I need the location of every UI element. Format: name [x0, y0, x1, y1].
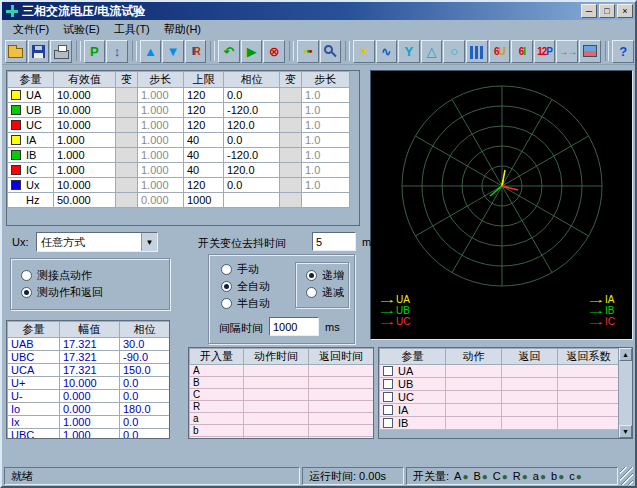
close-button[interactable]: × — [617, 4, 633, 18]
phase-step-cell[interactable]: 1.0 — [302, 88, 350, 103]
resize-grip[interactable] — [620, 467, 633, 485]
triangle-icon[interactable]: △ — [421, 40, 443, 63]
rms-cell[interactable]: 1.000 — [54, 133, 116, 148]
vary-rms-cell[interactable] — [116, 148, 138, 163]
row-checkbox[interactable] — [383, 392, 393, 402]
step-cell[interactable]: 1.000 — [138, 133, 184, 148]
vary-rms-cell[interactable] — [116, 88, 138, 103]
step-cell[interactable]: 1.000 — [138, 88, 184, 103]
dropdown-arrow-icon[interactable]: ▼ — [141, 233, 157, 251]
action-table-scrollbar[interactable]: ▲ ▼ — [618, 348, 632, 438]
mode-option-1[interactable]: 测动作和返回 — [11, 284, 169, 301]
start-test-icon[interactable]: ▶ — [241, 40, 263, 63]
six-i-icon[interactable]: 6I — [511, 40, 533, 63]
vary-phase-cell[interactable] — [280, 133, 302, 148]
vary-phase-cell[interactable] — [280, 178, 302, 193]
rms-cell[interactable]: 10.000 — [54, 178, 116, 193]
menu-item-3[interactable]: 帮助(H) — [157, 21, 208, 38]
ir-icon[interactable]: IR — [185, 40, 207, 63]
phase-cell[interactable] — [224, 193, 280, 208]
phase-cell[interactable]: -120.0 — [224, 103, 280, 118]
phase-cell[interactable]: 120.0 — [224, 118, 280, 133]
limit-cell[interactable]: 120 — [184, 178, 224, 193]
interval-input[interactable] — [269, 317, 319, 336]
data-grid-icon[interactable] — [579, 40, 601, 63]
phase-step-cell[interactable]: 1.0 — [302, 103, 350, 118]
print-icon[interactable] — [50, 40, 72, 63]
phase-step-cell[interactable]: 1.0 — [302, 163, 350, 178]
vary-rms-cell[interactable] — [116, 163, 138, 178]
open-file-icon[interactable] — [5, 40, 27, 63]
vary-rms-cell[interactable] — [116, 178, 138, 193]
phase-step-cell[interactable]: 1.0 — [302, 178, 350, 193]
row-checkbox[interactable] — [383, 418, 393, 428]
menu-item-0[interactable]: 文件(F) — [6, 21, 56, 38]
waveform-icon[interactable]: ∿ — [376, 40, 398, 63]
vary-phase-cell[interactable] — [280, 103, 302, 118]
row-checkbox[interactable] — [383, 379, 393, 389]
limit-cell[interactable]: 120 — [184, 88, 224, 103]
phasor-dots-icon[interactable]: ••• — [297, 40, 319, 63]
output-p-icon[interactable]: P — [84, 40, 106, 63]
stop-test-icon[interactable]: ⊗ — [263, 40, 285, 63]
phase-cell[interactable]: -120.0 — [224, 148, 280, 163]
scroll-up-icon[interactable]: ▲ — [619, 348, 632, 361]
limit-cell[interactable]: 120 — [184, 103, 224, 118]
zoom-icon[interactable] — [320, 40, 342, 63]
menu-item-2[interactable]: 工具(T) — [107, 21, 157, 38]
ux-mode-select[interactable]: 任意方式 ▼ — [36, 232, 158, 252]
lower-value-icon[interactable]: ▼ — [162, 40, 184, 63]
auto-option-1[interactable]: 全自动 — [211, 278, 270, 295]
reset-icon[interactable]: ↶ — [218, 40, 240, 63]
vary-phase-cell[interactable] — [280, 163, 302, 178]
limit-cell[interactable]: 1000 — [184, 193, 224, 208]
rms-cell[interactable]: 1.000 — [54, 148, 116, 163]
sequence-icon[interactable]: →→ — [556, 40, 578, 63]
rms-cell[interactable]: 10.000 — [54, 118, 116, 133]
vector-y-icon[interactable]: Y — [398, 40, 420, 63]
restore-button[interactable]: □ — [599, 4, 615, 18]
phase-step-cell[interactable]: 1.0 — [302, 148, 350, 163]
step-cell[interactable]: 1.000 — [138, 148, 184, 163]
step-cell[interactable]: 0.000 — [138, 193, 184, 208]
step-cell[interactable]: 1.000 — [138, 178, 184, 193]
step-cell[interactable]: 1.000 — [138, 163, 184, 178]
phase-cell[interactable]: 0.0 — [224, 133, 280, 148]
phase-cell[interactable]: 0.0 — [224, 178, 280, 193]
scroll-down-icon[interactable]: ▼ — [619, 425, 632, 438]
minimize-button[interactable]: ─ — [581, 4, 597, 18]
menu-item-1[interactable]: 试验(E) — [56, 21, 107, 38]
auto-option-0[interactable]: 手动 — [211, 261, 270, 278]
vary-rms-cell[interactable] — [116, 133, 138, 148]
vary-phase-cell[interactable] — [280, 148, 302, 163]
phase-cell[interactable]: 0.0 — [224, 88, 280, 103]
phase-step-cell[interactable] — [302, 193, 350, 208]
mode-option-0[interactable]: 测接点动作 — [11, 267, 169, 284]
rms-cell[interactable]: 50.000 — [54, 193, 116, 208]
limit-cell[interactable]: 120 — [184, 118, 224, 133]
vary-phase-cell[interactable] — [280, 193, 302, 208]
phase-step-cell[interactable]: 1.0 — [302, 118, 350, 133]
limit-cell[interactable]: 40 — [184, 148, 224, 163]
raise-value-icon[interactable]: ▲ — [140, 40, 162, 63]
debounce-input[interactable] — [312, 232, 356, 251]
circle-icon[interactable]: ○ — [443, 40, 465, 63]
bar-chart-icon[interactable] — [466, 40, 488, 63]
vary-rms-cell[interactable] — [116, 103, 138, 118]
vary-rms-cell[interactable] — [116, 118, 138, 133]
direction-option-0[interactable]: 递增 — [296, 267, 348, 284]
rms-cell[interactable]: 1.000 — [54, 163, 116, 178]
limit-cell[interactable]: 40 — [184, 163, 224, 178]
vary-phase-cell[interactable] — [280, 118, 302, 133]
vary-rms-cell[interactable] — [116, 193, 138, 208]
six-u-icon[interactable]: 6U — [489, 40, 511, 63]
sun-icon[interactable]: ☀ — [353, 40, 375, 63]
adjust-updown-icon[interactable]: ↕ — [106, 40, 128, 63]
rms-cell[interactable]: 10.000 — [54, 103, 116, 118]
row-checkbox[interactable] — [383, 366, 393, 376]
step-cell[interactable]: 1.000 — [138, 118, 184, 133]
rms-cell[interactable]: 10.000 — [54, 88, 116, 103]
help-icon[interactable]: ? — [612, 40, 634, 63]
phase-cell[interactable]: 120.0 — [224, 163, 280, 178]
phase-step-cell[interactable]: 1.0 — [302, 133, 350, 148]
